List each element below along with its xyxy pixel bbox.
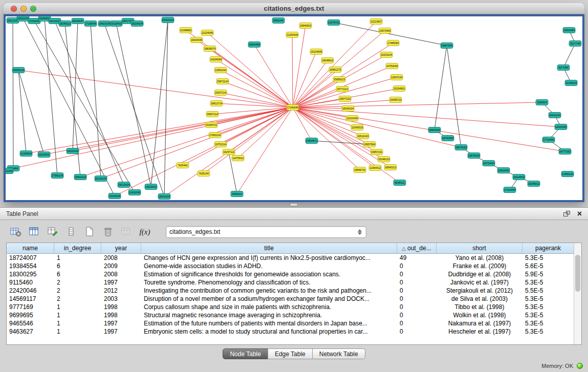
graph-node[interactable]: 15124549	[310, 49, 322, 55]
graph-node[interactable]: 19423104	[98, 21, 111, 27]
graph-node[interactable]: 16961273	[329, 67, 341, 73]
graph-node[interactable]: 14204049	[210, 57, 222, 62]
graph-edge[interactable]	[151, 20, 168, 187]
graph-node[interactable]: 20521043	[17, 16, 29, 21]
table-selector[interactable]: citations_edges.txt	[166, 226, 366, 238]
graph-node[interactable]: 14145104	[565, 80, 577, 86]
network-canvas-svg[interactable]: 1724004622186862182004352222406618839074…	[6, 16, 582, 200]
graph-edge[interactable]	[115, 107, 293, 196]
graph-node[interactable]: 19245012	[528, 181, 540, 187]
minimize-button[interactable]	[20, 6, 27, 12]
close-button[interactable]	[11, 6, 17, 12]
zoom-button[interactable]	[30, 6, 36, 12]
graph-node[interactable]: 18839074	[204, 46, 216, 52]
delete-table-icon[interactable]	[101, 225, 115, 238]
table-scrollbar-thumb[interactable]	[575, 255, 580, 292]
graph-edge[interactable]	[434, 46, 447, 130]
graph-edge[interactable]	[563, 43, 575, 68]
graph-node[interactable]: 15910464	[563, 28, 575, 33]
graph-node[interactable]: 30867114	[206, 112, 219, 117]
panel-splitter[interactable]	[0, 202, 588, 207]
edit-table-icon[interactable]	[46, 225, 59, 238]
table-scrollbar[interactable]	[574, 243, 581, 344]
graph-node[interactable]: 11679702	[328, 20, 340, 26]
graph-node[interactable]: 16421104	[549, 113, 561, 118]
graph-node[interactable]: 15858123	[333, 77, 345, 82]
graph-edge[interactable]	[104, 24, 164, 196]
graph-node[interactable]: 7625442	[177, 163, 189, 168]
graph-node[interactable]: 18679192	[455, 145, 467, 150]
graph-node[interactable]: 1595814	[536, 100, 548, 105]
graph-node[interactable]: 18111040	[6, 168, 13, 174]
function-builder-button[interactable]: f(x)	[138, 225, 151, 238]
graph-node[interactable]: 16940910	[299, 23, 312, 29]
graph-node[interactable]: 15011424	[118, 182, 130, 188]
graph-edge[interactable]	[237, 107, 293, 194]
table-row[interactable]: 1938455462009Genome-wide association stu…	[7, 262, 574, 270]
graph-edge[interactable]	[23, 18, 115, 196]
graph-node[interactable]: 16224104	[131, 21, 143, 27]
graph-node[interactable]: 19752114	[214, 142, 227, 147]
table-row[interactable]: 911546021997Tourette syndrome. Phenomeno…	[7, 278, 574, 287]
graph-node[interactable]: 20057114	[214, 90, 227, 96]
graph-edge[interactable]	[293, 102, 542, 107]
graph-node[interactable]: 18240047	[72, 18, 84, 24]
graph-node[interactable]: 15495723	[389, 97, 402, 103]
graph-edge[interactable]	[292, 35, 293, 107]
graph-node[interactable]: 17110454	[504, 187, 516, 193]
graph-node[interactable]: 7635144	[198, 171, 210, 177]
graph-edge[interactable]	[212, 107, 293, 114]
table-row[interactable]: 2242004622012Investigating the contribut…	[7, 287, 574, 295]
float-panel-icon[interactable]	[563, 211, 570, 216]
graph-edge[interactable]	[13, 20, 13, 168]
graph-node[interactable]: 12475012	[232, 156, 244, 161]
graph-node[interactable]: 19410432	[497, 168, 510, 173]
graph-node[interactable]: 17710494	[542, 137, 555, 143]
graph-node[interactable]: 18943304	[428, 127, 441, 133]
graph-edge[interactable]	[447, 46, 461, 147]
tab-node-table[interactable]: Node Table	[223, 348, 268, 359]
graph-node[interactable]: 20535103	[12, 68, 25, 73]
graph-node[interactable]: 15771114	[336, 86, 349, 92]
graph-node[interactable]: 19487944	[441, 43, 453, 49]
graph-edge[interactable]	[34, 21, 135, 192]
window-titlebar[interactable]: citations_edges.txt	[4, 3, 584, 14]
graph-node[interactable]: 9217746	[569, 41, 581, 47]
close-panel-icon[interactable]: ×	[577, 210, 582, 217]
graph-edge[interactable]	[116, 24, 151, 187]
show-columns-icon[interactable]	[28, 225, 41, 238]
graph-node[interactable]: 17118040	[84, 21, 97, 27]
graph-node[interactable]: 9245012	[394, 180, 406, 186]
table-row[interactable]: 946554611997Estimation of the future num…	[7, 319, 574, 327]
graph-node[interactable]: 11607034	[390, 75, 403, 80]
graph-node[interactable]: 22186862	[180, 28, 192, 33]
tab-edge-table[interactable]: Edge Table	[268, 348, 313, 359]
graph-node[interactable]: 15679104	[468, 153, 480, 159]
column-header-title[interactable]: title	[141, 243, 397, 253]
column-header-in_degree[interactable]: in_degree	[54, 243, 101, 253]
graph-node[interactable]: 21260504	[20, 151, 32, 157]
table-row[interactable]: 969969511998Structural magnetic resonanc…	[7, 311, 574, 319]
graph-node[interactable]: 8463044	[272, 18, 285, 24]
graph-node[interactable]: 18200435	[190, 37, 203, 43]
network-canvas[interactable]: 1724004622186862182004352222406618839074…	[6, 16, 582, 200]
graph-node[interactable]: 16114041	[38, 152, 50, 158]
column-header-short[interactable]: short	[437, 243, 522, 253]
graph-node[interactable]: 15248123	[378, 157, 390, 162]
graph-node[interactable]: 16104244	[108, 193, 121, 199]
tab-network-table[interactable]: Network Table	[312, 348, 365, 359]
graph-node[interactable]: 20424104	[162, 17, 174, 23]
graph-edge[interactable]	[91, 24, 101, 179]
graph-node[interactable]: 15849731	[354, 167, 366, 173]
graph-node[interactable]: 14210412	[145, 184, 157, 190]
column-header-year[interactable]: year	[101, 243, 141, 253]
rows-icon[interactable]	[64, 225, 78, 238]
graph-node[interactable]: 16777262	[559, 149, 571, 155]
graph-node[interactable]: 16511043	[357, 134, 369, 139]
graph-edge[interactable]	[73, 107, 293, 151]
graph-node[interactable]: 16840454	[248, 42, 260, 48]
graph-node[interactable]: 18612714	[210, 101, 223, 106]
graph-node[interactable]: 25871124	[216, 79, 229, 84]
graph-edge[interactable]	[293, 26, 306, 107]
graph-node[interactable]: 16114532	[513, 174, 525, 180]
